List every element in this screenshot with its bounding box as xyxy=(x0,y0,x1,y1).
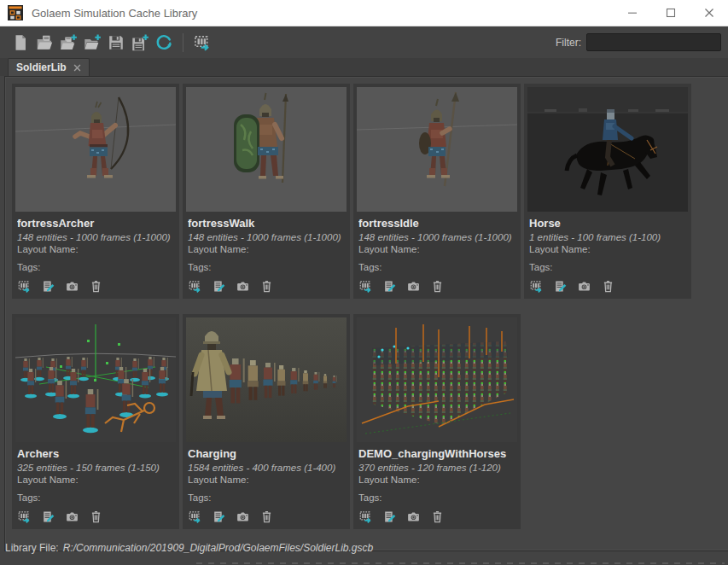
open-library-button[interactable] xyxy=(32,31,55,55)
delete-button[interactable] xyxy=(259,510,274,524)
tab-soldierlib[interactable]: SoldierLib xyxy=(8,58,90,76)
edit-button[interactable] xyxy=(382,510,397,524)
layout-name-label: Layout Name: xyxy=(529,244,686,254)
open-library-add-icon xyxy=(59,33,78,52)
cache-title: fortressIdle xyxy=(358,217,515,230)
trash-icon xyxy=(601,279,615,294)
minimize-button[interactable] xyxy=(613,0,651,26)
cache-title: Horse xyxy=(529,217,686,230)
cache-info: 148 entities - 1000 frames (1-1000) xyxy=(17,232,174,242)
toolbar: Filter: xyxy=(0,26,728,58)
import-to-scene-button[interactable] xyxy=(529,279,544,294)
import-to-scene-button[interactable] xyxy=(358,279,373,294)
cache-card-Charging[interactable]: Charging 1584 entities - 400 frames (1-4… xyxy=(183,314,350,529)
cache-info: 1 entities - 100 frames (1-100) xyxy=(529,232,686,242)
edit-button[interactable] xyxy=(212,279,226,294)
cache-card-fortressIdle[interactable]: fortressIdle 148 entities - 1000 frames … xyxy=(353,84,521,299)
open-library-icon xyxy=(35,33,54,52)
edit-icon xyxy=(212,279,226,294)
resize-grip[interactable] xyxy=(196,562,725,564)
delete-button[interactable] xyxy=(430,279,445,294)
edit-button[interactable] xyxy=(41,279,55,294)
import-to-scene-button[interactable] xyxy=(188,510,202,524)
layout-name-label: Layout Name: xyxy=(188,475,345,485)
tags-label: Tags: xyxy=(17,262,174,272)
import-to-scene-icon xyxy=(358,510,373,524)
tags-label: Tags: xyxy=(17,492,174,503)
filter-input[interactable] xyxy=(586,33,721,51)
snapshot-button[interactable] xyxy=(406,279,421,294)
new-library-icon xyxy=(11,33,30,52)
card-actions xyxy=(188,510,345,524)
refresh-icon xyxy=(154,33,173,52)
delete-button[interactable] xyxy=(89,510,103,524)
trash-icon xyxy=(89,279,103,294)
cache-card-fortressWalk[interactable]: fortressWalk 148 entities - 1000 frames … xyxy=(183,84,350,299)
edit-icon xyxy=(212,510,226,524)
save-library-button[interactable] xyxy=(104,31,127,55)
cache-title: fortressWalk xyxy=(188,217,345,230)
edit-button[interactable] xyxy=(553,279,568,294)
save-library-icon xyxy=(107,33,125,52)
delete-button[interactable] xyxy=(89,279,103,294)
snapshot-button[interactable] xyxy=(577,279,591,294)
close-tab-icon[interactable] xyxy=(73,64,81,72)
snapshot-button[interactable] xyxy=(236,510,250,524)
thumbnail-Archers xyxy=(15,317,176,442)
snapshot-button[interactable] xyxy=(236,279,250,294)
golaem-cache-library-window: Golaem Simulation Cache Library Filter: … xyxy=(0,0,728,565)
tab-bar: SoldierLib xyxy=(0,58,728,76)
export-cache-button[interactable] xyxy=(190,31,213,55)
maximize-button[interactable] xyxy=(651,0,690,26)
delete-button[interactable] xyxy=(601,279,615,294)
snapshot-button[interactable] xyxy=(65,510,79,524)
card-actions xyxy=(17,279,174,294)
cache-card-fortressArcher[interactable]: fortressArcher 148 entities - 1000 frame… xyxy=(12,84,179,299)
import-to-scene-button[interactable] xyxy=(358,510,373,524)
trash-icon xyxy=(259,510,274,524)
import-to-scene-button[interactable] xyxy=(17,510,32,524)
card-actions xyxy=(529,279,686,294)
snapshot-button[interactable] xyxy=(65,279,79,294)
cache-card-Archers[interactable]: Archers 325 entities - 150 frames (1-150… xyxy=(12,314,179,529)
new-library-button[interactable] xyxy=(9,31,32,55)
tags-label: Tags: xyxy=(188,262,345,272)
edit-button[interactable] xyxy=(212,510,226,524)
card-actions xyxy=(358,279,515,294)
tags-label: Tags: xyxy=(358,492,515,503)
tab-label: SoldierLib xyxy=(16,61,67,73)
library-file-path: R:/Communication/201909_DigitalProd/Gola… xyxy=(63,542,374,554)
snapshot-icon xyxy=(65,279,79,294)
edit-button[interactable] xyxy=(382,279,397,294)
edit-icon xyxy=(41,279,55,294)
add-library-button[interactable] xyxy=(80,31,103,55)
export-cache-icon xyxy=(193,33,212,52)
thumbnail-fortressArcher xyxy=(15,87,176,212)
save-library-add-button[interactable] xyxy=(128,31,151,55)
edit-icon xyxy=(382,279,397,294)
delete-button[interactable] xyxy=(430,510,445,524)
cache-card-Horse[interactable]: Horse 1 entities - 100 frames (1-100) La… xyxy=(524,84,691,299)
card-actions xyxy=(358,510,515,524)
open-library-add-button[interactable] xyxy=(56,31,79,55)
layout-name-label: Layout Name: xyxy=(17,244,174,254)
layout-name-label: Layout Name: xyxy=(188,244,345,254)
layout-name-label: Layout Name: xyxy=(358,475,515,485)
thumbnail-Charging xyxy=(186,317,347,442)
close-button[interactable] xyxy=(690,0,728,26)
snapshot-icon xyxy=(65,510,79,524)
status-bar: Library File:R:/Communication/201909_Dig… xyxy=(0,538,728,565)
edit-button[interactable] xyxy=(41,510,55,524)
thumbnail-fortressIdle xyxy=(357,87,517,212)
snapshot-button[interactable] xyxy=(406,510,421,524)
delete-button[interactable] xyxy=(259,279,274,294)
edit-icon xyxy=(41,510,55,524)
cache-card-DEMO_chargingWithHorses[interactable]: DEMO_chargingWithHorses 370 entities - 1… xyxy=(353,314,521,529)
import-to-scene-button[interactable] xyxy=(17,279,32,294)
add-library-icon xyxy=(83,33,102,52)
thumbnail-fortressWalk xyxy=(186,87,347,212)
refresh-button[interactable] xyxy=(152,31,175,55)
cache-title: Charging xyxy=(188,447,345,460)
import-to-scene-button[interactable] xyxy=(188,279,202,294)
edit-icon xyxy=(382,510,397,524)
